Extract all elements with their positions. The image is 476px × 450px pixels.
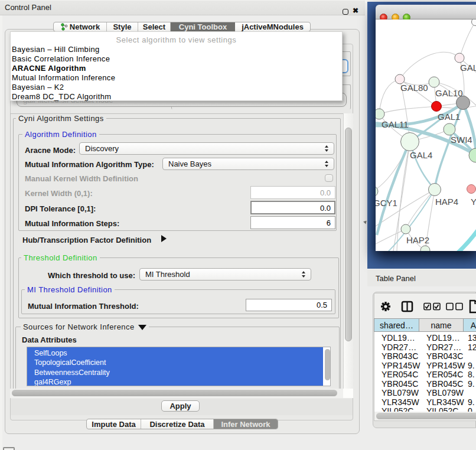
svg-text:GCY1: GCY1 [376,198,397,208]
svg-text:GAL10: GAL10 [435,88,463,98]
svg-text:Y: Y [471,197,476,207]
svg-text:HAP2: HAP2 [406,235,429,245]
svg-text:GAL11: GAL11 [382,119,409,129]
svg-text:GAL1: GAL1 [438,112,460,122]
svg-text:GAL80: GAL80 [400,83,428,93]
svg-text:GAL: GAL [460,63,476,73]
svg-text:HAP4: HAP4 [435,197,458,207]
svg-text:GAL4: GAL4 [410,150,432,160]
svg-text:SWI4: SWI4 [451,135,472,145]
